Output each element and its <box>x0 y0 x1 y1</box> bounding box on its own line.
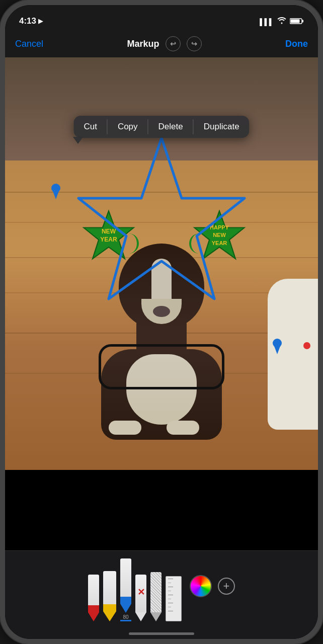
svg-text:NEW: NEW <box>213 232 226 238</box>
time-display: 4:13 <box>19 16 36 26</box>
svg-rect-1 <box>291 19 300 23</box>
dog-harness <box>99 344 224 389</box>
undo-icon: ↩ <box>170 40 176 48</box>
svg-rect-2 <box>302 20 304 22</box>
copy-menu-item[interactable]: Copy <box>108 116 148 138</box>
photo-area: NEW YEAR HAPPY NEW YEAR <box>5 57 318 470</box>
dog-paw-left <box>109 421 141 435</box>
red-collar-dot <box>303 342 310 349</box>
redo-icon: ↪ <box>191 40 197 48</box>
duplicate-menu-item[interactable]: Duplicate <box>194 116 250 138</box>
cancel-button[interactable]: Cancel <box>15 39 43 49</box>
signal-icon: ▌▌▌ <box>260 18 274 26</box>
yellow-marker-tool[interactable] <box>103 551 116 621</box>
notch <box>111 5 212 21</box>
red-pen-tool[interactable] <box>88 551 99 621</box>
ruler-body <box>166 576 182 621</box>
wifi-icon <box>277 17 286 26</box>
ruler-tool[interactable] <box>166 551 182 621</box>
svg-marker-3 <box>84 211 134 259</box>
status-time: 4:13 ▶ <box>19 16 43 26</box>
svg-marker-14 <box>274 346 280 354</box>
redo-button[interactable]: ↪ <box>187 36 202 51</box>
add-tool-button[interactable]: + <box>218 578 235 595</box>
color-wheel-button[interactable] <box>190 575 212 597</box>
ruler-marks <box>166 579 181 611</box>
selection-handle-bottom[interactable] <box>273 337 282 356</box>
context-menu-arrow <box>73 137 83 144</box>
dog-nose <box>153 306 170 317</box>
svg-marker-12 <box>53 191 59 199</box>
nav-bar: Cancel Markup ↩ ↪ Done <box>5 30 318 57</box>
context-menu: Cut Copy Delete Duplicate <box>73 116 249 138</box>
svg-text:YEAR: YEAR <box>100 236 117 243</box>
battery-icon <box>290 18 304 26</box>
star-headband-left: NEW YEAR <box>81 208 136 266</box>
eraser-tool[interactable]: ✕ <box>135 551 146 621</box>
svg-text:NEW: NEW <box>102 228 116 235</box>
phone-screen: 4:13 ▶ ▌▌▌ <box>5 5 318 639</box>
volume-silent-button[interactable] <box>0 106 1 126</box>
blue-pen-tool[interactable]: 80 <box>120 551 131 621</box>
home-bar <box>129 632 194 635</box>
done-button[interactable]: Done <box>285 39 308 49</box>
star-headband-right: HAPPY NEW YEAR <box>192 208 247 266</box>
photo-background-upper <box>5 57 318 160</box>
dog-silhouette: NEW YEAR HAPPY NEW YEAR <box>86 213 237 440</box>
undo-button[interactable]: ↩ <box>166 36 181 51</box>
markup-title: Markup <box>127 39 159 49</box>
location-icon: ▶ <box>38 18 43 25</box>
eraser-x-icon: ✕ <box>137 587 145 598</box>
status-icons: ▌▌▌ <box>260 17 304 26</box>
bottom-toolbar: 80 ✕ <box>5 550 318 639</box>
delete-menu-item[interactable]: Delete <box>148 116 193 138</box>
tool-size-label: 80 <box>123 614 128 620</box>
tools-row: 80 ✕ <box>5 551 318 621</box>
photo-container: NEW YEAR HAPPY NEW YEAR <box>5 57 318 470</box>
dog-paw-right <box>167 421 199 435</box>
nav-title: Markup ↩ ↪ <box>127 36 202 51</box>
selection-handle-top[interactable] <box>51 182 60 201</box>
plus-icon: + <box>223 580 230 593</box>
svg-text:HAPPY: HAPPY <box>210 224 229 230</box>
volume-down-button[interactable] <box>0 181 1 216</box>
svg-text:YEAR: YEAR <box>212 240 227 246</box>
cut-menu-item[interactable]: Cut <box>73 116 107 138</box>
pencil-tool[interactable] <box>150 551 162 621</box>
phone-frame: 4:13 ▶ ▌▌▌ <box>0 0 323 644</box>
headband-connector-right <box>189 233 199 254</box>
volume-up-button[interactable] <box>0 136 1 171</box>
